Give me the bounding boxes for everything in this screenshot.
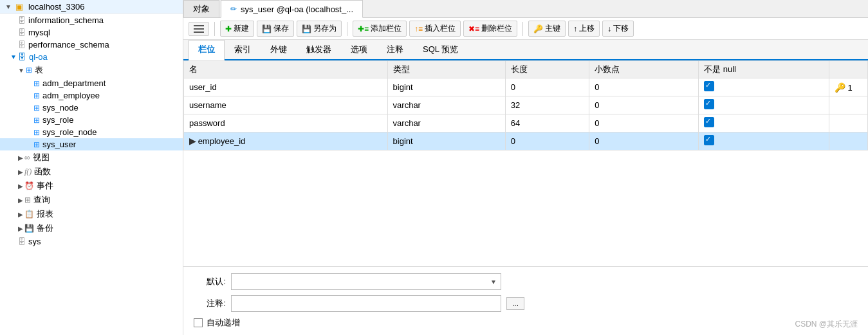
col-decimal[interactable]: 0 [589,96,699,114]
caret-none6 [26,104,32,111]
col-name[interactable]: username [184,96,388,114]
sidebar-item-events[interactable]: ⏰ 事件 [0,179,183,193]
col-name[interactable]: password [184,114,388,132]
col-length[interactable]: 0 [505,132,589,150]
col-type[interactable]: varchar [387,114,505,132]
tab-sys_user[interactable]: ✏ sys_user @ql-oa (localhost_... [221,0,363,18]
caret-tables[interactable] [18,67,24,74]
col-length[interactable]: 0 [505,78,589,96]
move-up-button[interactable]: ↑ 上移 [568,21,600,37]
caret-events[interactable] [18,183,23,190]
col-not-null[interactable] [699,114,829,132]
col-decimal[interactable]: 0 [589,132,699,150]
caret-none [10,17,17,24]
backup-label: 备份 [37,222,53,234]
subtab-bar: 栏位 索引 外键 触发器 选项 注释 SQL 预览 [183,40,868,60]
sidebar-item-information_schema[interactable]: 🗄 information_schema [0,14,183,26]
col-length[interactable]: 64 [505,114,589,132]
checkbox-checked4[interactable] [704,135,714,145]
save-as-icon: 💾 [302,24,311,33]
caret-ql-oa[interactable] [10,53,17,60]
checkbox-checked[interactable] [704,81,714,91]
down-icon: ↓ [607,24,611,33]
sidebar-item-adm_employee[interactable]: ⊞ adm_employee [0,89,183,102]
new-button[interactable]: ✚ 新建 [220,21,254,37]
auto-increment-checkbox[interactable] [194,318,203,327]
col-type[interactable]: bigint [387,132,505,150]
table-row[interactable]: user_id bigint 0 0 🔑 1 [184,78,868,96]
caret-views[interactable] [18,154,23,161]
col-name[interactable]: user_id [184,78,388,96]
sidebar-item-ql-oa[interactable]: 🗄 ql-oa [0,51,183,63]
insert-col-button[interactable]: ↑≡ 插入栏位 [409,21,461,37]
subtab-options[interactable]: 选项 [341,40,377,59]
caret-backup[interactable] [18,225,23,232]
col-type[interactable]: varchar [387,96,505,114]
sidebar-item-sys_role_node[interactable]: ⊞ sys_role_node [0,126,183,138]
sidebar-item-mysql[interactable]: 🗄 mysql [0,26,183,39]
table-label4: sys_role [42,115,73,125]
edit-tab-icon: ✏ [230,5,237,14]
table-row[interactable]: ▶ employee_id bigint 0 0 [184,132,868,150]
move-down-button[interactable]: ↓ 下移 [602,21,634,37]
caret-funcs[interactable] [18,168,23,176]
checkbox-checked2[interactable] [704,99,714,109]
comment-btn[interactable]: ... [506,297,524,310]
caret-none5 [26,92,32,99]
caret-reports[interactable] [18,211,23,218]
caret-queries[interactable] [18,197,23,204]
col-not-null[interactable] [699,78,829,96]
db-label: information_schema [28,15,104,25]
primary-key-button[interactable]: 🔑 主键 [528,21,566,37]
views-label: 视图 [33,152,50,163]
sidebar-item-adm_department[interactable]: ⊞ adm_department [0,77,183,89]
sidebar-item-sys[interactable]: 🗄 sys [0,235,183,248]
add-col-button[interactable]: ✚≡ 添加栏位 [353,21,407,37]
delete-col-button[interactable]: ✖≡ 删除栏位 [463,21,517,37]
col-name[interactable]: ▶ employee_id [184,132,388,150]
sidebar-item-sys_user[interactable]: ⊞ sys_user [0,138,183,150]
sidebar-item-queries[interactable]: ⊞ 查询 [0,193,183,207]
col-header-name: 名 [184,61,388,78]
col-not-null[interactable] [699,132,829,150]
save-as-button[interactable]: 💾 另存为 [297,21,342,37]
save-as-label: 另存为 [313,23,337,34]
col-not-null[interactable] [699,96,829,114]
sidebar-item-sys_node[interactable]: ⊞ sys_node [0,102,183,114]
sidebar-item-functions[interactable]: f() 函数 [0,165,183,179]
subtab-comments[interactable]: 注释 [377,40,413,59]
comment-input[interactable] [231,295,501,312]
col-type[interactable]: bigint [387,78,505,96]
add-col-label: 添加栏位 [371,23,402,34]
sidebar-item-views[interactable]: ∞ 视图 [0,150,183,165]
events-icon: ⏰ [24,181,34,190]
sidebar-item-sys_role[interactable]: ⊞ sys_role [0,114,183,126]
sidebar-item-tables-folder[interactable]: ⊞ 表 [0,63,183,77]
db-label2: mysql [28,28,50,37]
tab-objects[interactable]: 对象 [183,0,219,17]
table-row[interactable]: username varchar 32 0 [184,96,868,114]
comment-row: 注释: ... [194,295,858,312]
caret-server[interactable] [5,3,12,10]
default-select[interactable]: ▼ [231,273,501,290]
table-icon3: ⊞ [33,104,40,113]
subtab-columns[interactable]: 栏位 [189,40,225,60]
sidebar-item-backup[interactable]: 💾 备份 [0,221,183,235]
subtab-triggers[interactable]: 触发器 [297,40,341,59]
menu-button[interactable] [189,22,209,36]
subtab-sql-preview[interactable]: SQL 预览 [413,40,468,59]
sidebar-item-reports[interactable]: 📋 报表 [0,207,183,221]
subtab-indexes[interactable]: 索引 [225,40,261,59]
subtab-foreign-keys[interactable]: 外键 [261,40,297,59]
table-row[interactable]: password varchar 64 0 [184,114,868,132]
save-button[interactable]: 💾 保存 [257,21,294,37]
col-decimal[interactable]: 0 [589,114,699,132]
col-length[interactable]: 32 [505,96,589,114]
queries-label: 查询 [33,194,50,206]
checkbox-checked3[interactable] [704,117,714,127]
comment-label: 注释: [194,298,226,309]
sidebar-item-performance_schema[interactable]: 🗄 performance_schema [0,39,183,51]
col-decimal[interactable]: 0 [589,78,699,96]
new-icon: ✚ [225,24,232,33]
sidebar-item-server[interactable]: ▣ localhost_3306 [0,0,183,14]
